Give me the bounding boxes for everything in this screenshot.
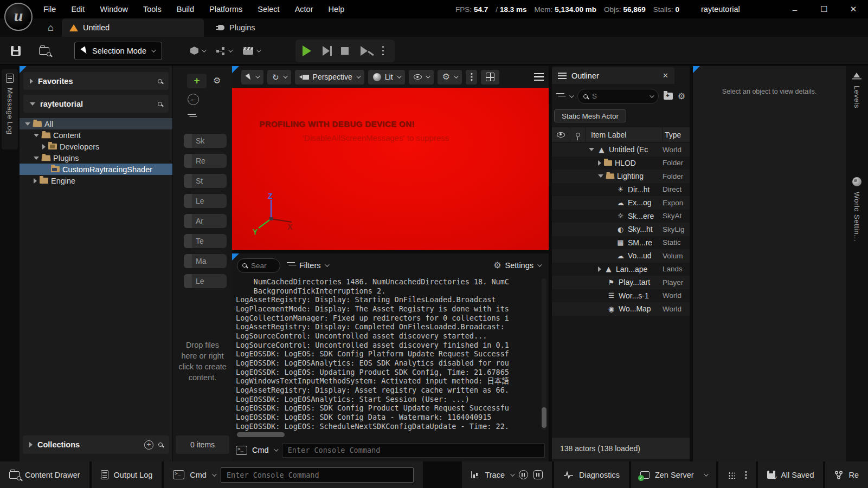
close-button[interactable]: ✕ bbox=[848, 4, 858, 14]
row-visibility-cell[interactable] bbox=[552, 143, 570, 157]
row-visibility-cell[interactable] bbox=[552, 249, 570, 263]
outliner-row-play-tart[interactable]: ⚑Play...tartPlayer bbox=[552, 276, 690, 289]
tree-item-plugins[interactable]: Plugins bbox=[20, 152, 172, 164]
outliner-row-wor-s-1[interactable]: ☰Wor...s-1World bbox=[552, 289, 690, 303]
zen-server-dropdown[interactable]: Zen Server bbox=[631, 461, 716, 488]
perspective-dropdown[interactable]: Perspective bbox=[295, 70, 364, 84]
status-console-command-input[interactable] bbox=[221, 467, 414, 483]
log-filters-dropdown[interactable]: Filters bbox=[287, 261, 328, 270]
add-actor-dropdown[interactable] bbox=[190, 47, 205, 55]
pin-column-header[interactable] bbox=[570, 127, 586, 142]
gear-icon[interactable]: ⚙ bbox=[213, 76, 221, 85]
filter-chip-le[interactable]: Le bbox=[184, 194, 227, 208]
save-icon[interactable] bbox=[11, 46, 21, 56]
console-command-input[interactable] bbox=[282, 443, 545, 458]
expander-right-icon[interactable] bbox=[30, 79, 33, 84]
outliner-row-ex-og[interactable]: ☁Ex...ogExpon bbox=[552, 196, 690, 210]
outliner-row-wo-map[interactable]: ◉Wo...MapWorld bbox=[552, 302, 690, 316]
outliner-search-input[interactable] bbox=[591, 92, 613, 101]
menu-edit[interactable]: Edit bbox=[63, 5, 92, 14]
levels-tab[interactable]: Levels bbox=[846, 73, 868, 108]
output-log-button[interactable]: Output Log bbox=[92, 461, 162, 488]
visibility-column-header[interactable] bbox=[552, 127, 570, 142]
log-horizontal-scrollbar[interactable] bbox=[237, 432, 285, 437]
trace-pause-icon[interactable] bbox=[519, 470, 528, 479]
row-visibility-cell[interactable] bbox=[552, 157, 570, 170]
row-visibility-cell[interactable] bbox=[552, 210, 570, 223]
trace-group[interactable]: Trace bbox=[462, 461, 552, 488]
row-visibility-cell[interactable] bbox=[552, 276, 570, 289]
filter-chip-re[interactable]: Re bbox=[184, 154, 227, 168]
row-visibility-cell[interactable] bbox=[552, 302, 570, 316]
row-visibility-cell[interactable] bbox=[552, 289, 570, 303]
viewport-transform-dropdown[interactable] bbox=[241, 70, 263, 84]
filter-chip-ar[interactable]: Ar bbox=[184, 214, 227, 228]
selection-mode-dropdown[interactable]: Selection Mode bbox=[74, 42, 162, 60]
status-cmd-dropdown[interactable]: Cmd bbox=[190, 471, 207, 479]
stop-button[interactable] bbox=[336, 40, 355, 62]
viewport-panel[interactable]: ↻ Perspective Lit ⚙ bbox=[232, 66, 549, 250]
tab-plugins[interactable]: Plugins bbox=[210, 18, 263, 37]
expander-down-icon[interactable] bbox=[25, 122, 30, 126]
expander-down-icon[interactable] bbox=[30, 102, 35, 106]
project-section[interactable]: rayteutorial bbox=[23, 95, 169, 113]
scrollbar-thumb[interactable] bbox=[542, 407, 546, 428]
row-visibility-cell[interactable] bbox=[552, 263, 570, 276]
viewport-rotation-dropdown[interactable]: ↻ bbox=[267, 70, 291, 84]
expander-right-icon[interactable] bbox=[598, 160, 601, 166]
diagnostics-button[interactable]: Diagnostics bbox=[554, 461, 629, 488]
menu-select[interactable]: Select bbox=[250, 5, 287, 14]
blueprints-dropdown[interactable] bbox=[216, 47, 232, 55]
outliner-row-vo-ud[interactable]: ☁Vo...udVolum bbox=[552, 249, 690, 263]
outliner-row-hlod[interactable]: HLODFolder bbox=[552, 157, 690, 170]
expander-down-icon[interactable] bbox=[598, 174, 603, 178]
tree-item-engine[interactable]: Engine bbox=[20, 175, 172, 186]
lit-mode-dropdown[interactable]: Lit bbox=[368, 70, 405, 84]
show-flags-dropdown[interactable] bbox=[409, 70, 434, 84]
filter-icon[interactable] bbox=[188, 114, 196, 120]
back-icon[interactable]: ← bbox=[188, 94, 199, 105]
search-icon[interactable] bbox=[158, 102, 162, 106]
world-settings-tab[interactable]: World Settin... bbox=[846, 177, 868, 242]
viewport-settings-dropdown[interactable]: ⚙ bbox=[438, 70, 462, 84]
search-icon[interactable] bbox=[158, 443, 163, 447]
expander-down-icon[interactable] bbox=[34, 134, 39, 137]
outliner-search-box[interactable] bbox=[577, 89, 659, 104]
tab-untitled[interactable]: Untitled bbox=[62, 18, 204, 37]
viewport-options-button[interactable] bbox=[466, 70, 478, 84]
expander-right-icon[interactable] bbox=[42, 144, 46, 149]
menu-file[interactable]: File bbox=[36, 5, 63, 14]
quad-layout-button[interactable] bbox=[481, 70, 499, 84]
tree-item-developers[interactable]: Developers bbox=[20, 141, 172, 152]
unreal-logo-icon[interactable] bbox=[4, 3, 33, 31]
row-visibility-cell[interactable] bbox=[552, 236, 570, 250]
eject-button[interactable] bbox=[355, 40, 374, 62]
outliner-filter-chip[interactable]: Static Mesh Actor bbox=[554, 109, 626, 122]
expander-down-icon[interactable] bbox=[589, 148, 594, 151]
log-settings-dropdown[interactable]: ⚙ Settings bbox=[493, 261, 544, 270]
trace-snapshot-icon[interactable] bbox=[533, 470, 543, 479]
filter-icon[interactable] bbox=[556, 93, 564, 100]
menu-window[interactable]: Window bbox=[92, 5, 136, 14]
row-visibility-cell[interactable] bbox=[552, 183, 570, 197]
cinematics-dropdown[interactable] bbox=[243, 47, 260, 55]
add-content-button[interactable]: + bbox=[187, 74, 207, 88]
expander-right-icon[interactable] bbox=[598, 266, 601, 272]
content-drawer-button[interactable]: Content Drawer bbox=[0, 461, 89, 488]
kebab-menu-icon[interactable] bbox=[745, 474, 747, 476]
outliner-row-sk-ere[interactable]: ☼Sk...ereSkyAt bbox=[552, 210, 690, 223]
outliner-row-untitled-ec[interactable]: ▲Untitled (EcWorld bbox=[552, 143, 690, 157]
frame-skip-button[interactable] bbox=[317, 40, 336, 62]
revision-control-button[interactable]: Re bbox=[825, 461, 868, 488]
minimize-button[interactable]: – bbox=[790, 5, 800, 14]
filter-chip-te[interactable]: Te bbox=[184, 234, 227, 248]
item-label-column-header[interactable]: Item Label bbox=[586, 127, 663, 142]
play-options-button[interactable] bbox=[374, 40, 393, 62]
gear-icon[interactable]: ⚙ bbox=[678, 92, 685, 101]
menu-build[interactable]: Build bbox=[169, 5, 202, 14]
viewport-menu-icon[interactable] bbox=[534, 73, 544, 81]
row-visibility-cell[interactable] bbox=[552, 170, 570, 183]
viewport-render-area[interactable]: PROFILING WITH DEBUG DEVICE ON! 'Disable… bbox=[232, 88, 549, 250]
all-saved-button[interactable]: All Saved bbox=[758, 461, 823, 488]
message-log-tab[interactable]: Message Log bbox=[2, 69, 18, 149]
